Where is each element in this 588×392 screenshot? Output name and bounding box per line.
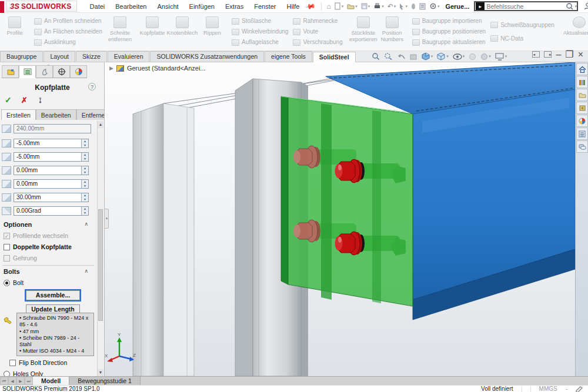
collapse-right-pane-icon[interactable]: ▸: [544, 51, 552, 58]
tab-layout[interactable]: Layout: [44, 51, 75, 62]
scroll-up-icon[interactable]: ▲: [98, 121, 103, 128]
ribbon-voute-button[interactable]: Voute: [293, 28, 342, 36]
login-user-icon[interactable]: [584, 2, 588, 10]
scroll-down-icon[interactable]: ▼: [98, 369, 103, 376]
home-icon[interactable]: ⌂: [326, 2, 330, 11]
propertymanager-tab-icon[interactable]: [19, 65, 36, 78]
ribbon-baugruppe-positionieren-button[interactable]: Baugruppe positionieren: [412, 28, 486, 36]
keep-visible-pin-icon[interactable]: ⊶: [36, 97, 44, 103]
feature-tree-flyout[interactable]: ▶ Geruest (Standard<Anzei...: [109, 65, 206, 72]
ribbon-ausklinkung-button[interactable]: Ausklinkung: [34, 38, 102, 47]
appearances-icon[interactable]: [469, 53, 476, 61]
rebuild-icon[interactable]: [411, 3, 416, 10]
open-icon[interactable]: ▾: [347, 3, 358, 9]
section-view-icon[interactable]: [410, 53, 417, 61]
checkbox-icon[interactable]: [9, 360, 16, 366]
edit-sketch-status-icon[interactable]: [576, 386, 583, 392]
tab-solidsteel[interactable]: SolidSteel: [313, 52, 356, 62]
distance-d1-field[interactable]: 0.00mm▲▼: [14, 166, 89, 175]
doc-close-button[interactable]: ×: [578, 49, 583, 60]
print-icon[interactable]: ▾: [373, 3, 384, 9]
menu-bearbeiten[interactable]: Bearbeiten: [111, 2, 151, 11]
bolt-radio[interactable]: [4, 280, 10, 286]
options-gear-icon[interactable]: ▾: [429, 2, 440, 10]
ribbon-stosslasche-button[interactable]: Stoßlasche: [232, 17, 289, 26]
forum-icon[interactable]: [576, 140, 588, 153]
end-plate[interactable]: [281, 96, 413, 306]
option-gehrung[interactable]: Gehrung: [4, 254, 37, 262]
ribbon-aktualisieren-button[interactable]: Aktualisieren: [560, 15, 588, 49]
displaymanager-tab-icon[interactable]: [70, 65, 87, 78]
collapse-left-pane-icon[interactable]: ◂: [532, 51, 540, 58]
menu-extras[interactable]: Extras: [220, 2, 248, 11]
display-style-icon[interactable]: ▾: [437, 52, 449, 61]
tab-scroll-first-icon[interactable]: ⏮: [0, 377, 8, 385]
zoom-area-icon[interactable]: [384, 52, 393, 61]
doc-restore-button[interactable]: ❐: [565, 49, 573, 60]
mode-tab-erstellen[interactable]: Erstellen: [1, 109, 36, 120]
checkbox-icon[interactable]: [4, 255, 10, 262]
previous-view-icon[interactable]: [397, 53, 406, 60]
flip-bolt-direction-row[interactable]: Flip Bolt Direction: [9, 359, 67, 367]
undo-icon[interactable]: ↶▾: [387, 2, 396, 11]
panel-help-icon[interactable]: ?: [88, 83, 96, 91]
options-section-header[interactable]: Optionen: [4, 221, 32, 228]
doc-minimize-button[interactable]: –: [556, 49, 561, 60]
option-doppelte-kopfplatte[interactable]: Doppelte Kopfplatte: [4, 243, 72, 251]
menu-ansicht[interactable]: Ansicht: [152, 2, 183, 11]
bolts-collapse-icon[interactable]: ∧: [84, 268, 88, 274]
ribbon-stueckliste-button[interactable]: Stückliste exportieren: [349, 15, 378, 49]
menu-einfuegen[interactable]: Einfügen: [185, 2, 219, 11]
scene-icon[interactable]: ▾: [480, 53, 491, 61]
steel-sheet[interactable]: [133, 103, 194, 376]
tab-scroll-prev-icon[interactable]: ◀: [8, 377, 16, 385]
ribbon-verschraubung-button[interactable]: Verschraubung: [293, 38, 342, 47]
new-document-icon[interactable]: ▾: [335, 2, 344, 10]
offset-d2-spinner[interactable]: ▲▼: [81, 153, 88, 161]
view-orientation-icon[interactable]: ▾: [422, 52, 433, 61]
tab-eigene-tools[interactable]: eigene Tools: [265, 51, 312, 62]
distance-d1-spinner[interactable]: ▲▼: [81, 166, 88, 175]
ribbon-profile-button[interactable]: Profile: [1, 15, 28, 49]
mode-tab-entfernen[interactable]: Entfernen: [76, 109, 105, 120]
menu-datei[interactable]: Datei: [85, 2, 110, 11]
appearances-scenes-icon[interactable]: [576, 115, 588, 127]
featuremanager-tab-icon[interactable]: [2, 65, 19, 78]
search-magnifier-icon[interactable]: [566, 2, 574, 11]
tab-bewegungsstudie[interactable]: Bewegungsstudie 1: [69, 377, 141, 385]
tab-baugruppe[interactable]: Baugruppe: [0, 51, 43, 62]
tab-skizze[interactable]: Skizze: [76, 51, 107, 62]
hide-show-items-icon[interactable]: ▾: [453, 53, 465, 60]
offset-d1-spinner[interactable]: ▲▼: [81, 139, 88, 148]
checkbox-checked-icon[interactable]: ✓: [4, 233, 10, 239]
ribbon-an-profilen-schneiden-button[interactable]: An Profilen schneiden: [34, 17, 102, 26]
mode-tab-bearbeiten[interactable]: Bearbeiten: [36, 109, 76, 120]
thickness-field[interactable]: 30.00mm▲▼: [14, 193, 89, 202]
thickness-spinner[interactable]: ▲▼: [81, 193, 88, 202]
ribbon-an-flaechen-schneiden-button[interactable]: An Flächen schneiden: [34, 28, 102, 36]
bolts-section-header[interactable]: Bolts: [4, 268, 20, 275]
zoom-fit-icon[interactable]: [372, 52, 380, 61]
angle-spinner[interactable]: ▲▼: [81, 207, 88, 215]
ribbon-position-numbers-button[interactable]: Position Numbers: [378, 15, 406, 49]
options-collapse-icon[interactable]: ∧: [84, 221, 88, 227]
search-input[interactable]: [486, 3, 566, 10]
tab-scroll-last-icon[interactable]: ⏭: [25, 377, 33, 385]
ribbon-rahmenecke-button[interactable]: Rahmenecke: [293, 17, 342, 26]
tab-evaluieren[interactable]: Evaluieren: [108, 51, 150, 62]
pin-menu-icon[interactable]: 📌: [304, 0, 316, 12]
graphics-viewport[interactable]: Y X Z ▶ Geruest (Standard<Anzei...: [105, 62, 575, 376]
view-settings-icon[interactable]: ▾: [495, 53, 507, 61]
dimxpertmanager-tab-icon[interactable]: [53, 65, 70, 78]
assemble-button[interactable]: Assemble...: [26, 290, 80, 300]
file-properties-icon[interactable]: [419, 3, 426, 10]
select-icon[interactable]: ▾: [399, 3, 407, 10]
ribbon-knotenblech-button[interactable]: Knotenblech: [166, 15, 199, 49]
configurationmanager-tab-icon[interactable]: [36, 65, 53, 78]
ribbon-schweissbaugruppen-button[interactable]: Schweißbaugruppen: [490, 21, 554, 29]
holes-only-radio-row[interactable]: Holes Only: [4, 370, 43, 376]
checkbox-icon[interactable]: [4, 244, 10, 250]
ok-button[interactable]: ✓: [5, 95, 12, 105]
distance-d2-spinner[interactable]: ▲▼: [81, 180, 88, 188]
assembly-tree-label[interactable]: Geruest (Standard<Anzei...: [127, 65, 206, 72]
